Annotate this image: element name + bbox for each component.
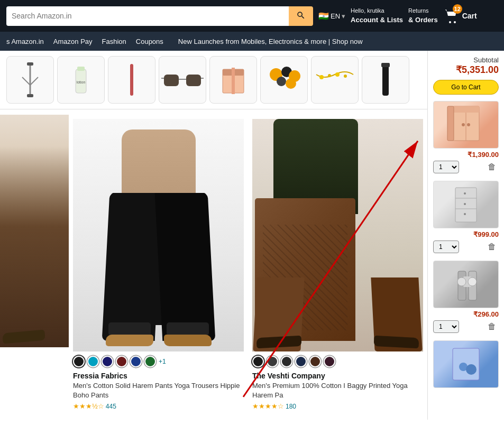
cart-item-image [433,340,499,388]
lang-label: EN [331,12,340,20]
color-swatch[interactable] [295,356,307,367]
main-layout: lotion [0,51,504,420]
product-grid: +1 Fressia Fabrics Men's Cotton Solid Ha… [0,109,427,420]
cart-item-price: ₹999.00 [433,230,499,238]
returns-line1: Returns [408,7,438,15]
swatch-more[interactable]: +1 [159,358,166,365]
svg-point-36 [467,123,470,126]
svg-rect-5 [27,62,33,66]
star-icons: ★★★★☆ [252,402,284,410]
cart-item-image [433,101,499,149]
color-swatch[interactable] [252,356,264,367]
account-label: Account & Lists [351,15,403,25]
review-count[interactable]: 445 [106,403,116,410]
color-swatch[interactable] [309,356,321,367]
search-input[interactable] [6,6,289,26]
navigation-bar: s Amazon.in Amazon Pay Fashion Coupons N… [0,32,504,51]
svg-point-47 [457,277,466,286]
svg-rect-11 [164,75,179,86]
product-card-veshti[interactable]: The Veshti Company Men's Premium 100% Co… [248,115,427,414]
cart-sidebar: Subtotal ₹5,351.00 Go to Cart ₹1,390.00 … [427,51,504,420]
blue-item-icon [445,343,487,385]
thumb-stick-icon [116,61,148,98]
thumb-glasses-icon [161,67,204,93]
greeting-text: Hello, krutika [351,7,403,15]
svg-point-35 [462,123,465,126]
svg-point-43 [464,213,466,215]
svg-line-3 [22,77,30,85]
thumbnail-item[interactable] [260,56,308,104]
svg-rect-8 [77,67,85,71]
svg-rect-18 [232,68,235,94]
nav-item-amazon[interactable]: s Amazon.in [6,38,44,45]
color-swatch[interactable] [144,356,156,367]
flag-icon: 🇮🇳 [318,11,329,21]
cart-item-3: ₹296.00 123 🗑 [433,261,499,333]
color-swatch[interactable] [267,356,278,367]
product-image [0,115,69,347]
returns-orders[interactable]: Returns & Orders [408,7,438,25]
cart-item-1: ₹1,390.00 123 🗑 [433,101,499,173]
hook-icon [445,263,487,306]
quantity-select[interactable]: 123 [433,161,459,173]
color-swatch[interactable] [102,356,113,367]
returns-line2: & Orders [408,15,438,25]
account-menu[interactable]: Hello, krutika Account & Lists [351,7,403,25]
delete-button[interactable]: 🗑 [485,161,499,173]
svg-rect-12 [186,75,201,86]
cart-label: Cart [462,12,477,20]
product-rating: ★★★★☆ 180 [252,402,423,410]
delete-button[interactable]: 🗑 [485,241,499,253]
thumbnail-item[interactable] [108,56,155,104]
product-brand: Fressia Fabrics [73,372,244,380]
thumbnail-item[interactable] [362,56,409,104]
cart-item-controls: 123 🗑 [433,320,499,333]
cart-item-controls: 123 🗑 [433,240,499,253]
color-swatches-fressia: +1 [73,356,244,367]
search-button[interactable] [289,6,313,26]
review-count[interactable]: 180 [286,403,296,410]
thumbnail-item[interactable] [209,56,257,104]
product-image-veshti [252,119,423,351]
cart-item-price: ₹296.00 [433,310,499,318]
svg-rect-10 [130,64,133,96]
color-swatch[interactable] [73,356,85,367]
product-card-fressia[interactable]: +1 Fressia Fabrics Men's Cotton Solid Ha… [69,115,248,414]
cart-button[interactable]: 12 Cart [443,7,477,25]
lang-chevron-icon: ▾ [342,12,345,20]
color-swatch[interactable] [87,356,99,367]
svg-point-26 [335,72,340,77]
go-to-cart-button[interactable]: Go to Cart [433,80,499,95]
svg-rect-37 [447,106,454,141]
thumb-bottle-icon [375,61,396,98]
thumb-balloon-icon [265,61,303,98]
product-card-partial[interactable] [0,115,69,414]
color-swatch[interactable] [281,356,292,367]
nav-item-amazon-pay[interactable]: Amazon Pay [53,38,93,45]
cart-item-image [433,261,499,308]
cart-item-2: ₹999.00 123 🗑 [433,181,499,253]
delete-button[interactable]: 🗑 [485,321,499,332]
quantity-select[interactable]: 123 [433,320,459,333]
svg-point-22 [277,77,286,86]
color-swatch[interactable] [324,356,335,367]
nav-item-coupons[interactable]: Coupons [136,38,163,45]
language-selector[interactable]: 🇮🇳 EN ▾ [318,11,345,21]
thumb-box-icon [217,61,249,98]
thumb-beauty-icon: lotion [65,61,97,98]
thumbnail-item[interactable] [159,56,206,104]
svg-rect-38 [455,188,476,222]
nav-item-fashion[interactable]: Fashion [102,38,126,45]
svg-point-42 [464,203,466,205]
color-swatch[interactable] [130,356,142,367]
product-brand: The Veshti Company [252,372,423,380]
thumbnail-item[interactable]: lotion [57,56,105,104]
cabinet-icon [445,104,487,146]
thumbnail-item[interactable] [311,56,359,104]
quantity-select[interactable]: 123 [433,240,459,253]
thumbnail-item[interactable] [6,56,54,104]
svg-point-48 [468,277,476,286]
color-swatch[interactable] [116,356,127,367]
svg-line-4 [30,77,38,85]
subtotal-price: ₹5,351.00 [433,64,499,76]
